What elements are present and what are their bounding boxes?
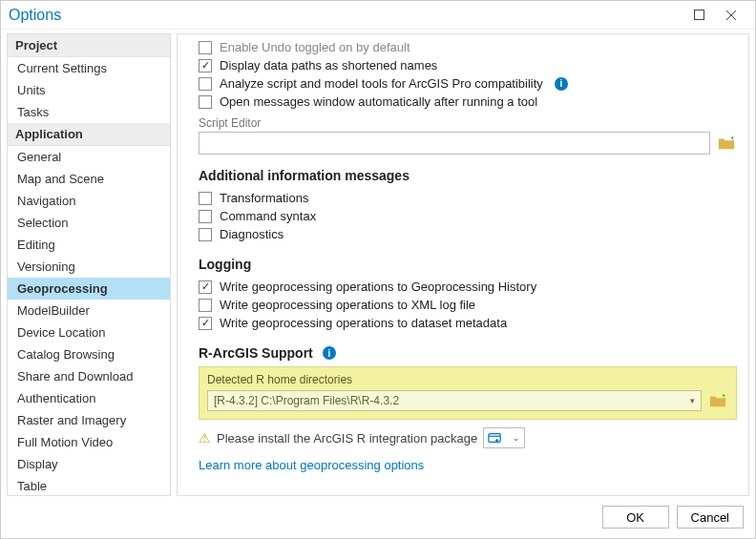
r-detected-label: Detected R home directories — [207, 373, 728, 386]
checkbox-row[interactable]: Write geoprocessing operations to XML lo… — [199, 296, 737, 314]
content[interactable]: Enable Undo toggled on by defaultDisplay… — [178, 34, 748, 495]
sidebar-item-full-motion-video[interactable]: Full Motion Video — [8, 431, 170, 453]
sidebar-item-authentication[interactable]: Authentication — [8, 387, 170, 409]
chevron-down-icon: ▾ — [690, 396, 695, 405]
sidebar: ProjectCurrent SettingsUnitsTasksApplica… — [7, 33, 171, 496]
browse-r-home-button[interactable] — [707, 390, 728, 411]
sidebar-item-tasks[interactable]: Tasks — [8, 101, 170, 123]
sidebar-group: Project — [8, 34, 170, 57]
sidebar-item-map-and-scene[interactable]: Map and Scene — [8, 168, 170, 190]
r-package-action-combo[interactable]: ⌄ — [483, 427, 525, 448]
r-home-select[interactable]: [R-4.3.2] C:\Program Files\R\R-4.3.2 ▾ — [207, 390, 702, 411]
sidebar-group: Application — [8, 123, 170, 146]
sidebar-item-share-and-download[interactable]: Share and Download — [8, 365, 170, 387]
window-title: Options — [9, 7, 682, 24]
sidebar-item-units[interactable]: Units — [8, 79, 170, 101]
sidebar-item-navigation[interactable]: Navigation — [8, 190, 170, 212]
warning-icon: ⚠ — [199, 430, 211, 446]
info-icon[interactable]: i — [555, 77, 568, 91]
checkbox-label: Write geoprocessing operations to XML lo… — [220, 298, 475, 312]
info-icon[interactable]: i — [323, 346, 336, 360]
sidebar-item-modelbuilder[interactable]: ModelBuilder — [8, 300, 170, 321]
section-additional-heading: Additional information messages — [199, 168, 737, 183]
checkbox-row[interactable]: Enable Undo toggled on by default — [199, 38, 737, 56]
checkbox-row[interactable]: Command syntax — [199, 207, 737, 225]
sidebar-item-raster-and-imagery[interactable]: Raster and Imagery — [8, 409, 170, 431]
checkbox-label: Analyze script and model tools for ArcGI… — [220, 76, 543, 91]
checkbox-label: Write geoprocessing operations to datase… — [220, 316, 507, 330]
checkbox-label: Enable Undo toggled on by default — [220, 40, 410, 54]
options-window: Options ProjectCurrent SettingsUnitsTask… — [0, 0, 756, 539]
checkbox-row[interactable]: Open messages window automatically after… — [199, 93, 737, 111]
titlebar: Options — [1, 1, 755, 30]
sidebar-item-versioning[interactable]: Versioning — [8, 256, 170, 278]
chevron-down-icon: ⌄ — [513, 433, 520, 443]
checkbox-label: Open messages window automatically after… — [220, 94, 537, 109]
checkbox[interactable] — [199, 59, 212, 73]
content-wrap: Enable Undo toggled on by defaultDisplay… — [177, 33, 749, 496]
footer: OK Cancel — [1, 496, 755, 538]
checkbox[interactable] — [199, 299, 212, 312]
svg-rect-0 — [694, 10, 704, 20]
checkbox[interactable] — [199, 228, 212, 241]
sidebar-item-display[interactable]: Display — [8, 453, 170, 475]
checkbox[interactable] — [199, 317, 212, 330]
checkbox-row[interactable]: Write geoprocessing operations to Geopro… — [199, 278, 737, 296]
learn-more-link[interactable]: Learn more about geoprocessing options — [199, 458, 424, 472]
checkbox[interactable] — [199, 192, 212, 205]
sidebar-item-general[interactable]: General — [8, 146, 170, 168]
sidebar-item-device-location[interactable]: Device Location — [8, 321, 170, 343]
r-warning-text: Please install the ArcGIS R integration … — [217, 431, 477, 446]
ok-button[interactable]: OK — [602, 506, 669, 529]
sidebar-item-current-settings[interactable]: Current Settings — [8, 57, 170, 79]
browse-script-editor-button[interactable] — [716, 133, 737, 154]
checkbox[interactable] — [199, 95, 212, 109]
body: ProjectCurrent SettingsUnitsTasksApplica… — [1, 30, 755, 496]
sidebar-item-geoprocessing[interactable]: Geoprocessing — [8, 278, 170, 300]
checkbox-label: Write geoprocessing operations to Geopro… — [220, 280, 536, 294]
sidebar-item-catalog-browsing[interactable]: Catalog Browsing — [8, 343, 170, 365]
checkbox-label: Display data paths as shortened names — [220, 58, 437, 73]
section-r-heading: R-ArcGIS Support i — [199, 345, 737, 361]
checkbox-label: Transformations — [220, 191, 308, 205]
checkbox[interactable] — [199, 210, 212, 223]
checkbox-row[interactable]: Transformations — [199, 189, 737, 207]
cancel-button[interactable]: Cancel — [677, 506, 744, 529]
maximize-button[interactable] — [682, 2, 715, 29]
checkbox[interactable] — [199, 280, 212, 294]
checkbox-label: Command syntax — [220, 209, 316, 223]
checkbox-row[interactable]: Display data paths as shortened names — [199, 56, 737, 74]
sidebar-item-table[interactable]: Table — [8, 475, 170, 495]
checkbox-label: Diagnostics — [220, 227, 284, 241]
checkbox[interactable] — [199, 41, 212, 54]
checkbox-row[interactable]: Analyze script and model tools for ArcGI… — [199, 74, 737, 93]
sidebar-item-editing[interactable]: Editing — [8, 234, 170, 256]
close-button[interactable] — [715, 2, 747, 29]
section-logging-heading: Logging — [199, 257, 737, 272]
script-editor-label: Script Editor — [199, 116, 737, 130]
checkbox-row[interactable]: Write geoprocessing operations to datase… — [199, 314, 737, 332]
r-home-box: Detected R home directories [R-4.3.2] C:… — [199, 366, 737, 420]
script-editor-input[interactable] — [199, 132, 710, 155]
sidebar-item-selection[interactable]: Selection — [8, 212, 170, 234]
r-warning-row: ⚠ Please install the ArcGIS R integratio… — [199, 427, 737, 448]
checkbox-row[interactable]: Diagnostics — [199, 225, 737, 243]
checkbox[interactable] — [199, 77, 212, 91]
